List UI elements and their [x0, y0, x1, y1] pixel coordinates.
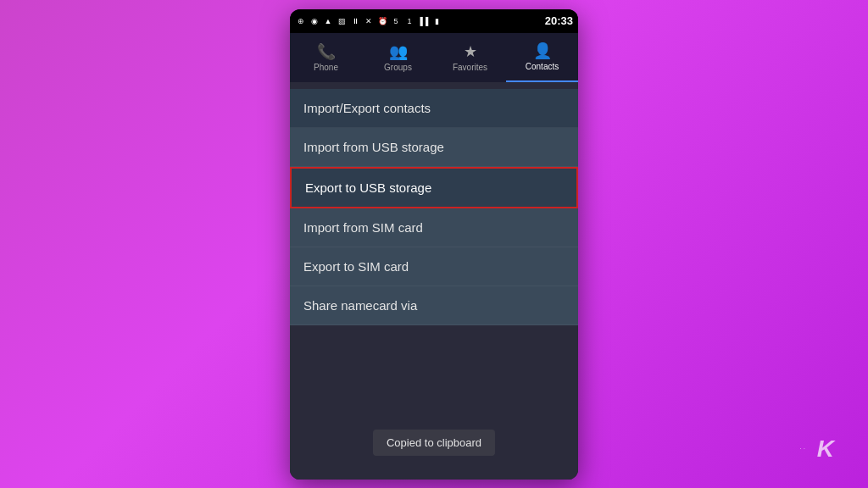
- content-area: 🔍 Search + 👤 Andy 👤 Angelina Import/Expo…: [290, 82, 578, 480]
- groups-tab-label: Groups: [384, 63, 412, 72]
- contacts-tab-icon: 👤: [533, 42, 552, 60]
- status-time: 20:33: [545, 14, 573, 27]
- shield-icon: ◉: [309, 15, 320, 27]
- sim-icon: 5: [390, 15, 402, 27]
- k-logo-dots: ··: [800, 445, 807, 452]
- phone-tab-icon: 📞: [317, 42, 336, 61]
- dropdown-menu: Import/Export contacts Import from USB s…: [290, 89, 578, 325]
- alarm-icon: ⏰: [376, 15, 388, 27]
- menu-item-import-sim[interactable]: Import from SIM card: [290, 208, 578, 247]
- signal-icon: ▐▐: [417, 15, 429, 27]
- clipboard-toast: Copied to clipboard: [373, 430, 495, 456]
- menu-item-export-sim[interactable]: Export to SIM card: [290, 247, 578, 286]
- menu-item-export-usb[interactable]: Export to USB storage: [290, 167, 578, 208]
- groups-tab-icon: 👥: [389, 42, 408, 61]
- mute-icon: ✕: [363, 15, 375, 27]
- contacts-tab-label: Contacts: [526, 62, 559, 71]
- k-logo: K: [817, 435, 834, 463]
- status-bar: ⊕ ◉ ▲ ▨ ⏸ ✕ ⏰ 5 1 ▐▐ ▮ 20:33: [290, 9, 578, 33]
- network-icon: 1: [403, 15, 415, 27]
- phone-frame: ⊕ ◉ ▲ ▨ ⏸ ✕ ⏰ 5 1 ▐▐ ▮ 20:33 📞 Phone 👥 G…: [290, 9, 578, 480]
- battery-icon: ▮: [431, 15, 442, 27]
- pause-icon: ⏸: [349, 15, 361, 27]
- menu-item-import-export[interactable]: Import/Export contacts: [290, 89, 578, 128]
- notification-icon: ⊕: [295, 15, 307, 27]
- tab-contacts[interactable]: 👤 Contacts: [506, 33, 578, 82]
- tab-favorites[interactable]: ★ Favorites: [434, 33, 506, 82]
- status-icons-left: ⊕ ◉ ▲ ▨ ⏸ ✕ ⏰ 5 1 ▐▐ ▮: [295, 15, 442, 27]
- phone-tab-label: Phone: [314, 63, 338, 72]
- tab-groups[interactable]: 👥 Groups: [362, 33, 434, 82]
- menu-item-import-usb[interactable]: Import from USB storage: [290, 128, 578, 167]
- image-icon: ▨: [336, 15, 348, 27]
- status-icon-1: ▲: [322, 15, 334, 27]
- tab-phone[interactable]: 📞 Phone: [290, 33, 362, 82]
- favorites-tab-label: Favorites: [453, 63, 487, 72]
- nav-tabs: 📞 Phone 👥 Groups ★ Favorites 👤 Contacts: [290, 33, 578, 82]
- menu-item-share-namecard[interactable]: Share namecard via: [290, 286, 578, 325]
- favorites-tab-icon: ★: [464, 42, 477, 61]
